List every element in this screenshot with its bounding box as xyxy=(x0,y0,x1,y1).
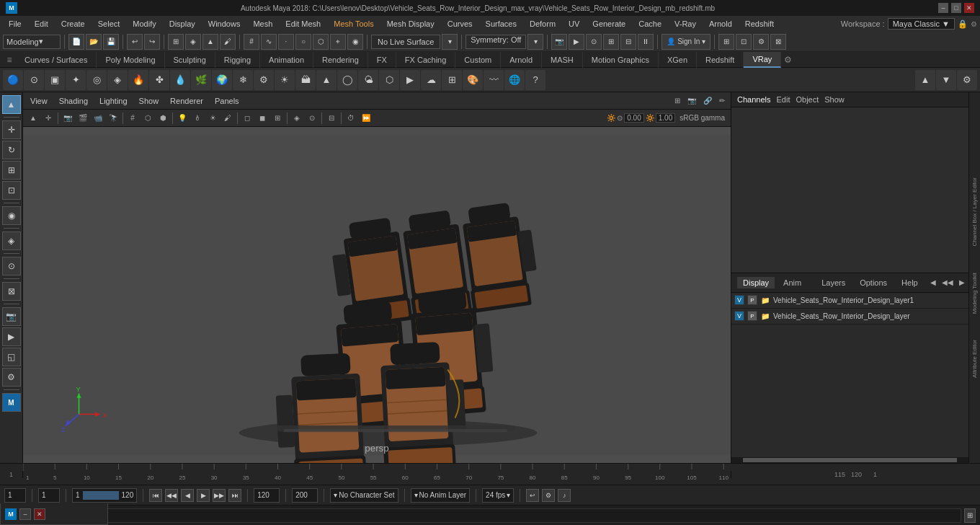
tab-mash[interactable]: MASH xyxy=(542,52,583,68)
menu-mesh[interactable]: Mesh xyxy=(247,18,278,30)
vp-grid-btn[interactable]: # xyxy=(125,111,140,125)
vp-light3-btn[interactable]: ☀ xyxy=(205,111,220,125)
lasso-btn[interactable]: ⌖ xyxy=(330,34,346,50)
live-surface-btn[interactable]: No Live Surface xyxy=(371,35,440,49)
layer-row-2[interactable]: V P 📁 Vehicle_Seats_Row_Interior_Design_… xyxy=(731,309,968,325)
channels-tab[interactable]: Channels xyxy=(737,95,770,104)
layer2-type-btn[interactable]: P xyxy=(747,311,757,321)
menu-curves[interactable]: Curves xyxy=(442,18,478,30)
vp-menu-renderer[interactable]: Renderer xyxy=(166,95,208,107)
vr-btn-20[interactable]: ▶ xyxy=(400,70,420,90)
tab-vray[interactable]: VRay xyxy=(744,52,781,68)
playback-range[interactable]: 1 120 xyxy=(72,488,137,503)
tab-custom[interactable]: Custom xyxy=(455,52,501,68)
vp-hud-btn[interactable]: ⊟ xyxy=(324,111,339,125)
viewport-icon3[interactable]: 🔗 xyxy=(700,97,715,105)
channel-box-ribbon-label[interactable]: Channel Box / Layer Editor xyxy=(970,172,979,252)
step-back-btn[interactable]: ◀◀ xyxy=(165,489,178,502)
vp-snap1-btn[interactable]: ◈ xyxy=(290,111,304,125)
vr-btn-02[interactable]: ⊙ xyxy=(24,70,44,90)
tab-curves-surfaces[interactable]: Curves / Surfaces xyxy=(16,52,97,68)
point-btn[interactable]: · xyxy=(278,34,294,50)
curve-btn[interactable]: ∿ xyxy=(261,34,277,50)
vp-camera-btn[interactable]: 📷 xyxy=(61,111,75,125)
script-expand-btn[interactable]: ⊞ xyxy=(964,508,976,523)
layer-row-1[interactable]: V P 📁 Vehicle_Seats_Row_Interior_Design_… xyxy=(731,293,968,309)
layer-prev2-btn[interactable]: ◀◀ xyxy=(941,276,954,289)
mode-dropdown[interactable]: Modeling ▾ xyxy=(3,35,61,49)
pause-btn[interactable]: ⏸ xyxy=(638,34,654,50)
layer-scrollbar[interactable] xyxy=(731,457,968,463)
layer1-vis-btn[interactable]: V xyxy=(734,295,744,305)
fps-dropdown[interactable]: 24 fps ▾ xyxy=(482,488,514,503)
layer-scrollbar-thumb[interactable] xyxy=(743,458,956,462)
vr-btn-12[interactable]: ❄ xyxy=(233,70,253,90)
batch-btn[interactable]: ⊞ xyxy=(603,34,619,50)
save-file-btn[interactable]: 💾 xyxy=(103,34,119,50)
pref-btn3[interactable]: ⚙ xyxy=(753,34,769,50)
tab-xgen[interactable]: XGen xyxy=(659,52,697,68)
menu-modify[interactable]: Modify xyxy=(127,18,161,30)
mini-minimize-btn[interactable]: – xyxy=(19,508,31,520)
vr-btn-19[interactable]: ⬡ xyxy=(379,70,399,90)
pref-btn1[interactable]: ⊞ xyxy=(718,34,734,50)
menu-mesh-display[interactable]: Mesh Display xyxy=(381,18,440,30)
select-tool-btn[interactable]: ▲ xyxy=(2,95,21,114)
vp-paint-btn[interactable]: 🖌 xyxy=(220,111,235,125)
vp-select-btn[interactable]: ▲ xyxy=(26,111,40,125)
redo-btn[interactable]: ↪ xyxy=(144,34,160,50)
close-button[interactable]: ✕ xyxy=(964,3,974,13)
layers-option[interactable]: Layers xyxy=(816,277,851,288)
symmetry-btn[interactable]: Symmetry: Off xyxy=(466,35,526,49)
vp-solid-btn[interactable]: ⬢ xyxy=(156,111,170,125)
vp-cam3-btn[interactable]: 📹 xyxy=(91,111,105,125)
transform-btn[interactable]: ⊞ xyxy=(168,34,184,50)
anim-tab[interactable]: Anim xyxy=(778,277,807,288)
anim-layer-dropdown[interactable]: ▾ No Anim Layer xyxy=(411,488,471,503)
vr-btn-16[interactable]: ▲ xyxy=(316,70,337,90)
menu-file[interactable]: File xyxy=(3,18,27,30)
undo-btn[interactable]: ↩ xyxy=(127,34,143,50)
tab-rendering[interactable]: Rendering xyxy=(313,52,368,68)
snap-surface-btn[interactable]: ◈ xyxy=(2,231,21,250)
ipr-btn[interactable]: ⊟ xyxy=(620,34,636,50)
vp-menu-panels[interactable]: Panels xyxy=(210,95,244,107)
end-frame-120[interactable]: 120 xyxy=(254,488,280,503)
pref-btn2[interactable]: ⊡ xyxy=(736,34,752,50)
gamma-value2[interactable]: 1.00 xyxy=(656,113,675,123)
paint-btn[interactable]: 🖌 xyxy=(220,34,236,50)
render-btn[interactable]: ▶ xyxy=(569,34,584,50)
camera-btn[interactable]: 📷 xyxy=(551,34,567,50)
show-manip-btn[interactable]: ⊙ xyxy=(2,257,21,275)
menu-select[interactable]: Select xyxy=(92,18,126,30)
move-tool-btn[interactable]: ✛ xyxy=(2,120,21,139)
tab-motion-graphics[interactable]: Motion Graphics xyxy=(583,52,659,68)
vp-move-btn[interactable]: ✛ xyxy=(41,111,55,125)
tab-sculpting[interactable]: Sculpting xyxy=(165,52,215,68)
menu-surfaces[interactable]: Surfaces xyxy=(480,18,522,30)
modeling-toolkit-ribbon-label[interactable]: Modeling Toolkit xyxy=(970,267,979,319)
tab-fx-caching[interactable]: FX Caching xyxy=(396,52,455,68)
sign-in-btn[interactable]: 👤 Sign In ▾ xyxy=(662,34,710,50)
vp-show2-btn[interactable]: ◼ xyxy=(255,111,270,125)
vp-menu-show[interactable]: Show xyxy=(135,95,164,107)
tab-fx[interactable]: FX xyxy=(368,52,396,68)
poly-btn[interactable]: ⬡ xyxy=(313,34,329,50)
viewport-icon1[interactable]: ⊞ xyxy=(672,97,683,105)
vr-btn-04[interactable]: ✦ xyxy=(66,70,86,90)
icon-toolbar-scroll-down[interactable]: ▼ xyxy=(936,70,956,90)
vr-btn-13[interactable]: ⚙ xyxy=(254,70,274,90)
script-input[interactable] xyxy=(35,508,961,523)
tabs-settings-icon[interactable]: ⚙ xyxy=(781,52,794,68)
vp-menu-lighting[interactable]: Lighting xyxy=(95,95,132,107)
menu-vray[interactable]: V-Ray xyxy=(669,18,702,30)
tabs-menu-icon[interactable]: ≡ xyxy=(3,52,16,68)
options-option[interactable]: Options xyxy=(854,277,893,288)
vr-btn-18[interactable]: 🌤 xyxy=(358,70,378,90)
live-surface-arrow[interactable]: ▾ xyxy=(442,34,458,50)
vp-menu-shading[interactable]: Shading xyxy=(55,95,92,107)
tab-poly-modeling[interactable]: Poly Modeling xyxy=(97,52,164,68)
tab-redshift[interactable]: Redshift xyxy=(697,52,744,68)
vr-btn-07[interactable]: 🔥 xyxy=(128,70,148,90)
menu-redshift[interactable]: Redshift xyxy=(739,18,780,30)
